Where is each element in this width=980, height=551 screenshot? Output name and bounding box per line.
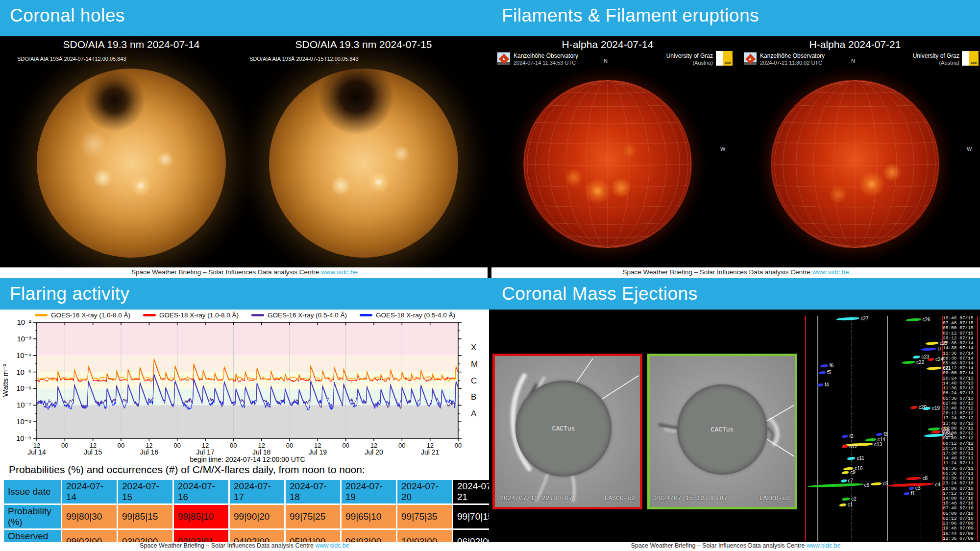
detection-label: c6 bbox=[864, 483, 870, 488]
detection-blob-icon bbox=[906, 477, 921, 480]
credit-line: Space Weather Briefing – Solar Influence… bbox=[0, 542, 489, 549]
sdo-sun-image-2 bbox=[269, 69, 458, 258]
detection-label: c27 bbox=[860, 316, 868, 321]
compass-north-label: N bbox=[604, 58, 608, 64]
university-country: (Austria) bbox=[627, 59, 713, 66]
detection-blob-icon bbox=[910, 406, 918, 409]
sidc-link[interactable]: www.sidc.be bbox=[321, 268, 358, 276]
sidc-link[interactable]: www.sidc.be bbox=[807, 542, 840, 549]
credit-line: Space Weather Briefing – Solar Influence… bbox=[0, 268, 489, 276]
detection-label: c24 bbox=[935, 357, 943, 362]
observatory-header-2: Kanzelhöhe Observatory 2024-07-21 11:30:… bbox=[760, 52, 825, 66]
detection-label: c21 bbox=[943, 366, 951, 371]
x-day-label: Jul 20 bbox=[365, 448, 383, 456]
table-row: Issue date2024-07-142024-07-152024-07-16… bbox=[3, 479, 509, 504]
observatory-name: Kanzelhöhe Observatory bbox=[760, 52, 825, 59]
issue-date-cell: 2024-07-16 bbox=[173, 479, 229, 504]
x-tick-label: 00 bbox=[118, 442, 124, 449]
issue-date-cell: 2024-07-14 bbox=[62, 479, 118, 504]
detection-blob-icon bbox=[921, 347, 936, 351]
university-header-2: University of Graz (Austria) bbox=[874, 52, 959, 66]
detection-label: c11 bbox=[857, 456, 864, 461]
detection-blob-icon bbox=[925, 342, 939, 345]
detection-blob-icon bbox=[817, 383, 824, 386]
detection-label: c12 bbox=[849, 444, 857, 449]
detection-label: f3 bbox=[883, 432, 887, 437]
cactus-timestamp: 19:48 07/09 bbox=[943, 526, 978, 531]
kanzelhoehe-logo-icon bbox=[497, 52, 510, 65]
flare-table-title: Probabilities (%) and occurrences (#) of… bbox=[9, 464, 365, 476]
credit-text: Space Weather Briefing – Solar Influence… bbox=[140, 542, 314, 549]
lasco-timestamp: 2024/07/10 22:00:07 bbox=[500, 495, 572, 502]
detection-blob-icon bbox=[841, 471, 849, 474]
pa-grid-line bbox=[817, 316, 818, 541]
detection-label: f4 bbox=[825, 383, 829, 387]
y-tick-label: 10⁻⁹ bbox=[16, 434, 31, 442]
sdo-overlay-1: SDO/AIA AIA 193Å 2024-07-14T12:00:05.843 bbox=[17, 56, 126, 62]
detection-blob-icon bbox=[818, 371, 826, 374]
flare-class-label: X bbox=[471, 343, 476, 352]
observation-timestamp: 2024-07-21 11:30:02 UTC bbox=[760, 59, 825, 66]
y-tick-label: 10⁻³ bbox=[17, 335, 31, 343]
credit-line: Space Weather Briefing – Solar Influence… bbox=[491, 268, 980, 276]
detection-blob-icon bbox=[906, 318, 921, 322]
detection-blob-icon bbox=[903, 492, 910, 495]
x-day-label: Jul 17 bbox=[196, 448, 215, 456]
flare-probability-table: Issue date2024-07-142024-07-152024-07-16… bbox=[2, 479, 509, 551]
detection-blob-icon bbox=[820, 364, 829, 368]
cactus-detection-plot: 10:48 07/1507:48 07/1505:00 07/1502:12 0… bbox=[805, 316, 978, 541]
detection-label: c26 bbox=[922, 317, 930, 322]
x-day-label: Jul 19 bbox=[309, 448, 327, 456]
filaments-panel: H-alpha 2024-07-14 Kanzelhöhe Observator… bbox=[491, 36, 980, 267]
lasco-coronagraph-2: CACTus 2024/07/15 12:00:07 LASCO-c2 bbox=[650, 356, 795, 507]
detection-label: f6 bbox=[830, 363, 833, 368]
flare-class-label: M bbox=[471, 359, 478, 369]
credit-text: Space Weather Briefing – Solar Influence… bbox=[631, 542, 805, 549]
university-name: University of Graz bbox=[627, 52, 713, 59]
legend-swatch bbox=[251, 314, 264, 316]
detection-blob-icon bbox=[840, 479, 847, 482]
detection-blob-icon bbox=[928, 358, 934, 361]
cactus-disc-label: CACTus bbox=[552, 425, 575, 432]
x-tick-label: 00 bbox=[173, 442, 180, 449]
flare-class-label: C bbox=[471, 376, 477, 385]
cactus-disc-label: CACTus bbox=[711, 426, 734, 433]
cactus-timestamp: 23:24 07/10 bbox=[943, 481, 978, 486]
x-tick-label: 00 bbox=[398, 442, 405, 449]
detection-blob-icon bbox=[841, 445, 848, 448]
goes-xray-chart: 10⁻²10⁻³10⁻⁴10⁻⁵10⁻⁶10⁻⁷10⁻⁸10⁻⁹XMCBAWat… bbox=[0, 317, 490, 464]
x-tick-label: 00 bbox=[61, 442, 68, 449]
probability-cell: 99|80|30 bbox=[62, 504, 118, 529]
lasco-image-red: CACTus 2024/07/10 22:00:07 LASCO-c2 bbox=[492, 354, 642, 509]
detection-label: f7 bbox=[937, 347, 941, 352]
detection-blob-icon bbox=[807, 483, 863, 488]
detection-blob-icon bbox=[931, 431, 941, 434]
y-tick-label: 10⁻⁵ bbox=[16, 368, 31, 376]
detection-label: c3 bbox=[915, 486, 921, 491]
detection-blob-icon bbox=[847, 457, 856, 460]
compass-west-label: W bbox=[967, 146, 972, 152]
probability-cell: 99|75|35 bbox=[397, 504, 453, 529]
x-day-label: Jul 21 bbox=[421, 448, 440, 456]
y-tick-label: 10⁻⁸ bbox=[16, 417, 31, 426]
plot-left-border bbox=[805, 316, 806, 541]
kanzelhoehe-logo-icon bbox=[744, 52, 757, 65]
detection-label: c25 bbox=[940, 341, 948, 346]
sidc-link[interactable]: www.sidc.be bbox=[812, 268, 849, 276]
probability-cell: 99|85|10 bbox=[173, 504, 229, 529]
detection-blob-icon bbox=[922, 407, 931, 410]
x-day-label: Jul 16 bbox=[140, 448, 159, 456]
x-tick-label: 00 bbox=[455, 442, 462, 449]
detection-label: f1 bbox=[911, 491, 915, 496]
table-row: Probability(%)99|80|3099|85|1599|85|1099… bbox=[3, 504, 509, 529]
observatory-header-1: Kanzelhöhe Observatory 2024-07-14 11:34:… bbox=[514, 52, 578, 66]
compass-north-label: N bbox=[851, 58, 855, 64]
detection-label: c2 bbox=[851, 497, 857, 502]
detection-label: c9 bbox=[850, 470, 856, 475]
y-tick-label: 10⁻⁷ bbox=[17, 401, 31, 409]
pa-grid-dashdot-line bbox=[852, 316, 852, 541]
credit-text: Space Weather Briefing – Solar Influence… bbox=[131, 268, 319, 276]
y-tick-label: 10⁻⁶ bbox=[16, 384, 31, 392]
sidc-link[interactable]: www.sidc.be bbox=[315, 542, 349, 549]
university-country: (Austria) bbox=[874, 59, 959, 66]
